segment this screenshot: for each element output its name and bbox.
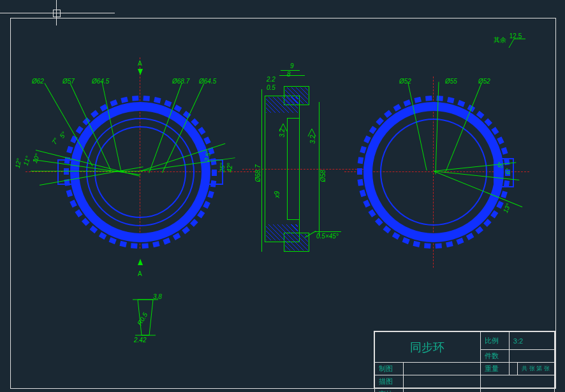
gear-tooth: [76, 126, 84, 134]
tb-row-draw: 制图: [379, 365, 393, 372]
angle-11: 11°: [22, 155, 32, 166]
dim-d64b: Ø64.5: [199, 78, 216, 85]
gear-tooth: [358, 157, 363, 164]
detail-3p8: 3.8: [153, 293, 162, 300]
tb-qty-label: 件数: [485, 352, 499, 359]
angle-12: 12°: [14, 158, 23, 169]
gear-tooth: [383, 226, 391, 233]
drawing-canvas[interactable]: Ø62 Ø57 Ø64.5 Ø68.7 Ø64.5 12° 11° 10° 7°…: [0, 0, 565, 392]
sec-dim-d58: Ø58: [319, 170, 327, 182]
sec-dim-x9: x9: [274, 191, 281, 198]
sec-chamfer: 0.5×45°: [316, 233, 339, 240]
gear-tooth: [435, 243, 442, 249]
gear-tooth: [197, 210, 205, 219]
section-arrow-top-icon: [138, 69, 143, 75]
gear-tooth: [75, 209, 82, 217]
gear-tooth: [363, 200, 371, 207]
gear-tooth: [66, 189, 73, 197]
surface-finish-3p2-a: [278, 122, 291, 133]
gear-tooth: [203, 201, 210, 208]
gear-tooth: [182, 226, 190, 234]
section-A-top: A: [138, 60, 142, 67]
gear-tooth: [360, 189, 367, 197]
gear-tooth: [174, 105, 182, 112]
gear-tooth: [475, 226, 483, 234]
gear-tooth: [484, 118, 492, 126]
sec-dim-0p5: 0.5: [267, 84, 275, 91]
gear-tooth: [207, 191, 214, 198]
gear-tooth: [490, 210, 498, 219]
gear-teeth-back: [357, 96, 510, 249]
gear-tooth: [384, 110, 392, 117]
gear-tooth: [119, 241, 127, 247]
gear-tooth: [163, 238, 170, 245]
gear-tooth: [466, 233, 474, 240]
gear-tooth: [447, 97, 455, 103]
section-arrow-bottom-icon: [138, 259, 143, 265]
gear-tooth: [66, 146, 73, 154]
gear-tooth: [132, 96, 139, 101]
gear-tooth: [131, 243, 138, 249]
gear-tooth: [191, 118, 199, 126]
gear-tooth: [121, 97, 128, 103]
gear-tooth: [424, 243, 431, 249]
gear-tooth: [392, 232, 400, 240]
gear-tooth: [375, 218, 383, 226]
gear-tooth: [414, 97, 422, 103]
gear-tooth: [425, 96, 432, 101]
sec-dim-2p2: 2.2: [267, 76, 275, 83]
gear-tooth: [376, 117, 384, 126]
dim-d64a: Ø64.5: [92, 78, 109, 85]
gear-tooth: [476, 111, 485, 119]
gear-tooth: [368, 209, 376, 217]
gear-tooth: [483, 219, 492, 227]
back-d52b: Ø52: [478, 78, 490, 85]
angle-7: 7°: [50, 136, 59, 145]
gear-tooth: [190, 219, 198, 227]
gear-tooth: [357, 179, 363, 186]
gear-tooth: [143, 96, 150, 101]
back-ang-5: 5°: [497, 161, 504, 168]
tb-page: 共 张 第 张: [522, 365, 550, 372]
tb-scale-label: 比例: [485, 337, 499, 344]
gear-tooth: [164, 100, 172, 107]
gear-tooth: [152, 241, 160, 247]
tb-scale-value: 3:2: [513, 337, 523, 345]
sec-dim-8: 8: [287, 71, 291, 78]
gear-tooth: [456, 238, 464, 245]
gear-tooth: [403, 99, 411, 106]
gear-tooth: [413, 241, 420, 247]
angle-10: 10°: [31, 152, 41, 164]
sec-dim-d68b: Ø68.7: [254, 164, 261, 182]
gear-tooth: [363, 136, 371, 143]
tb-weight-label: 重量: [485, 365, 499, 372]
gear-tooth: [369, 126, 377, 134]
gear-tooth: [82, 218, 90, 226]
gear-tooth: [497, 136, 504, 144]
back-view: [357, 96, 510, 249]
section-view: [249, 83, 344, 249]
sec-dim-9: 9: [290, 62, 294, 69]
gear-tooth: [446, 241, 453, 247]
back-d55: Ø55: [445, 78, 457, 85]
gear-tooth: [457, 100, 465, 107]
gear-tooth: [393, 104, 402, 112]
gear-tooth: [501, 191, 508, 198]
gear-tooth: [491, 127, 499, 135]
gear-tooth: [360, 146, 367, 154]
dim-d62: Ø62: [32, 78, 44, 85]
gear-tooth: [110, 99, 117, 106]
surface-finish-note: 其余 12.5: [494, 36, 520, 45]
back-ang-6: 6°: [504, 168, 512, 175]
gear-tooth: [501, 147, 508, 155]
gear-tooth: [142, 243, 149, 249]
dim-d57: Ø57: [62, 78, 75, 85]
gear-tooth: [109, 237, 117, 244]
gear-tooth: [99, 232, 107, 240]
title-block: 同步环 比例 3:2 件数 制图 重量 共 张 第 张 描图: [374, 331, 555, 388]
tb-row-trace: 描图: [379, 377, 393, 385]
gear-tooth: [203, 136, 211, 144]
dim-d68a: Ø68.7: [172, 78, 189, 85]
detail-2p42: 2.42: [134, 337, 146, 344]
surface-finish-3p2-b: [307, 127, 319, 138]
